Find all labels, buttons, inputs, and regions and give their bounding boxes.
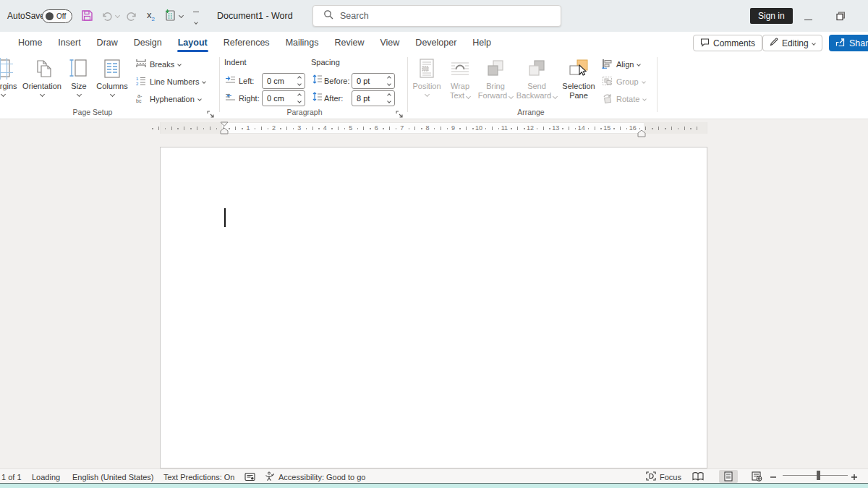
ruler-tick: [197, 127, 197, 130]
ruler-tick: [447, 128, 448, 129]
line-numbers-button[interactable]: 12 Line Numbers: [136, 75, 205, 87]
selection-pane-button[interactable]: Selection Pane: [558, 56, 599, 100]
page-indicator[interactable]: 1 of 1: [1, 471, 22, 482]
bring-forward-button[interactable]: Bring Forward: [476, 56, 515, 100]
redo-icon[interactable]: [126, 9, 138, 25]
language-status[interactable]: English (United States): [72, 471, 154, 482]
tab-view[interactable]: View: [372, 32, 407, 53]
ruler-tick: [549, 128, 550, 129]
indent-right-field[interactable]: [262, 90, 305, 106]
spacing-before-stepper[interactable]: [383, 77, 394, 85]
ruler-tick: [600, 128, 602, 129]
zoom-in-icon[interactable]: [851, 471, 858, 482]
ruler-tick: [280, 128, 281, 129]
search-box[interactable]: [312, 5, 561, 27]
spacing-after-stepper[interactable]: [383, 94, 394, 103]
paragraph-dialog-launcher-icon[interactable]: [396, 108, 404, 116]
paragraph-group-label: Paragraph: [254, 108, 355, 116]
search-input[interactable]: [340, 11, 528, 21]
autosave-toggle[interactable]: Off: [42, 9, 72, 23]
indent-left-stepper[interactable]: [294, 77, 305, 85]
ruler-tick: [331, 128, 333, 129]
spacing-before-icon: [312, 74, 323, 87]
indent-left-field[interactable]: [262, 73, 305, 89]
spacing-after-field[interactable]: [352, 90, 395, 106]
document-page[interactable]: [160, 147, 707, 468]
ruler-tick: [255, 128, 256, 129]
ruler-tick: [184, 127, 184, 130]
orientation-button[interactable]: Orientation: [20, 56, 64, 96]
columns-button[interactable]: Columns: [94, 56, 130, 96]
ruler-tick: [690, 128, 692, 129]
accessibility-status[interactable]: Accessibility: Good to go: [265, 471, 365, 482]
tab-insert[interactable]: Insert: [50, 32, 88, 53]
position-button[interactable]: Position: [409, 56, 444, 96]
ruler-tick: 12: [527, 124, 534, 132]
tab-references[interactable]: References: [216, 32, 278, 53]
group-button[interactable]: Group: [602, 75, 645, 87]
loading-status: Loading: [32, 471, 60, 482]
send-backward-dropdown-icon: [553, 94, 558, 99]
tab-design[interactable]: Design: [126, 32, 170, 53]
indent-right-stepper[interactable]: [294, 94, 305, 103]
text-cursor: [224, 208, 226, 227]
share-button[interactable]: Share: [829, 35, 868, 51]
minimize-icon[interactable]: [804, 20, 812, 20]
svg-text:1: 1: [136, 77, 139, 81]
focus-button[interactable]: Focus: [646, 471, 681, 482]
save-icon[interactable]: [81, 9, 93, 25]
undo-icon[interactable]: [101, 9, 113, 25]
print-layout-button[interactable]: [719, 470, 738, 483]
horizontal-ruler: 12345678910111213141516: [0, 121, 868, 136]
subscript-icon[interactable]: x2: [147, 9, 155, 22]
toggle-knob-icon: [46, 12, 54, 20]
zoom-slider-track[interactable]: [783, 475, 848, 476]
title-bar: AutoSave Off x2 Document1 - Word: [0, 0, 868, 32]
zoom-slider-thumb[interactable]: [817, 471, 820, 480]
margins-button[interactable]: Margins: [0, 56, 22, 96]
ruler-tick: [235, 127, 236, 130]
tab-mailings[interactable]: Mailings: [278, 32, 327, 53]
ruler-tick: [165, 128, 166, 129]
spacing-before-field[interactable]: [352, 73, 395, 89]
wrap-text-button[interactable]: Wrap Text: [444, 56, 476, 100]
hyphenation-button[interactable]: a-bc Hyphenation: [136, 93, 201, 105]
text-predictions-status[interactable]: Text Predictions: On: [163, 471, 234, 482]
tab-developer[interactable]: Developer: [407, 32, 464, 53]
breaks-button[interactable]: Breaks: [136, 58, 181, 70]
spacing-after-input[interactable]: [352, 94, 383, 103]
comments-button[interactable]: Comments: [693, 35, 762, 51]
size-button[interactable]: Size: [65, 56, 93, 96]
zoom-out-icon[interactable]: [770, 471, 777, 482]
tab-draw[interactable]: Draw: [89, 32, 126, 53]
spacing-before-input[interactable]: [352, 77, 383, 85]
left-indent-marker[interactable]: [219, 121, 229, 137]
rotate-button[interactable]: Rotate: [602, 93, 646, 105]
right-indent-marker[interactable]: [637, 127, 647, 140]
align-button[interactable]: Align: [602, 58, 640, 70]
undo-dropdown-icon[interactable]: [115, 13, 120, 18]
tab-help[interactable]: Help: [464, 32, 499, 53]
restore-window-icon[interactable]: [836, 11, 846, 24]
indent-left-input[interactable]: [263, 77, 294, 85]
web-layout-button[interactable]: [747, 470, 766, 483]
editor-icon[interactable]: [244, 471, 255, 482]
document-area: 12345678910111213141516: [0, 119, 868, 468]
read-mode-button[interactable]: [689, 470, 707, 483]
ruler-tick: [338, 127, 339, 130]
new-document-dropdown-icon[interactable]: [179, 13, 184, 18]
new-document-icon[interactable]: [163, 9, 176, 25]
editing-button[interactable]: Editing: [762, 35, 822, 51]
customize-quick-access-icon[interactable]: [192, 12, 200, 27]
send-backward-button[interactable]: Send Backward: [515, 56, 558, 100]
ruler-tick: [344, 128, 346, 129]
comment-icon: [700, 38, 710, 49]
indent-right-input[interactable]: [263, 94, 294, 103]
page-setup-dialog-launcher-icon[interactable]: [207, 108, 215, 116]
ruler-tick: [498, 128, 500, 129]
tab-review[interactable]: Review: [326, 32, 372, 53]
ruler-tick: [665, 128, 666, 129]
tab-layout[interactable]: Layout: [170, 32, 216, 53]
tab-home[interactable]: Home: [10, 32, 50, 53]
sign-in-button[interactable]: Sign in: [750, 8, 793, 24]
